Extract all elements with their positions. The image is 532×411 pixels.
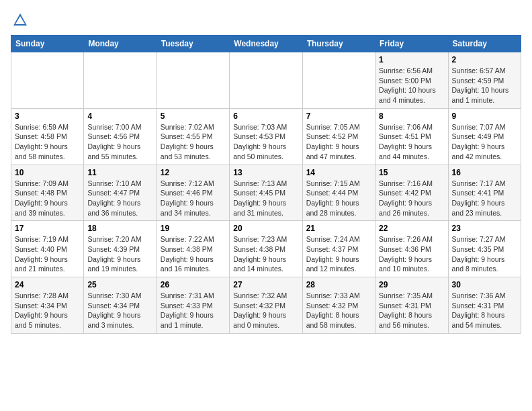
calendar-cell: 6Sunrise: 7:03 AM Sunset: 4:53 PM Daylig…	[230, 108, 302, 165]
weekday-header-friday: Friday	[375, 36, 448, 52]
calendar-cell: 7Sunrise: 7:05 AM Sunset: 4:52 PM Daylig…	[302, 108, 375, 165]
weekday-header-thursday: Thursday	[302, 36, 375, 52]
day-info: Sunrise: 7:36 AM Sunset: 4:31 PM Dayligh…	[452, 291, 517, 330]
day-info: Sunrise: 7:15 AM Sunset: 4:44 PM Dayligh…	[306, 179, 371, 218]
weekday-header-sunday: Sunday	[11, 36, 84, 52]
day-number: 18	[87, 224, 152, 233]
calendar-cell	[302, 52, 375, 109]
day-number: 7	[306, 111, 371, 121]
calendar-cell: 10Sunrise: 7:09 AM Sunset: 4:48 PM Dayli…	[11, 165, 84, 221]
day-info: Sunrise: 7:30 AM Sunset: 4:34 PM Dayligh…	[87, 291, 152, 330]
calendar-cell: 19Sunrise: 7:22 AM Sunset: 4:38 PM Dayli…	[157, 221, 229, 277]
day-info: Sunrise: 7:35 AM Sunset: 4:31 PM Dayligh…	[379, 291, 444, 330]
calendar-table: SundayMondayTuesdayWednesdayThursdayFrid…	[11, 35, 521, 334]
day-number: 10	[15, 168, 80, 177]
calendar-cell: 5Sunrise: 7:02 AM Sunset: 4:55 PM Daylig…	[157, 108, 229, 165]
day-number: 30	[452, 280, 517, 289]
day-number: 13	[233, 168, 298, 177]
day-info: Sunrise: 7:00 AM Sunset: 4:56 PM Dayligh…	[87, 122, 152, 162]
calendar-week-row: 3Sunrise: 6:59 AM Sunset: 4:58 PM Daylig…	[11, 108, 521, 165]
day-info: Sunrise: 7:26 AM Sunset: 4:36 PM Dayligh…	[379, 234, 444, 274]
calendar-cell: 11Sunrise: 7:10 AM Sunset: 4:47 PM Dayli…	[84, 165, 157, 221]
calendar-cell	[157, 52, 229, 109]
day-number: 15	[379, 168, 444, 177]
day-info: Sunrise: 7:27 AM Sunset: 4:35 PM Dayligh…	[452, 234, 517, 274]
logo-icon	[11, 11, 30, 30]
day-info: Sunrise: 6:59 AM Sunset: 4:58 PM Dayligh…	[15, 122, 80, 162]
calendar-cell: 17Sunrise: 7:19 AM Sunset: 4:40 PM Dayli…	[11, 221, 84, 277]
day-info: Sunrise: 7:28 AM Sunset: 4:34 PM Dayligh…	[15, 291, 80, 330]
day-number: 24	[15, 280, 80, 289]
day-info: Sunrise: 7:09 AM Sunset: 4:48 PM Dayligh…	[15, 179, 80, 218]
day-info: Sunrise: 7:20 AM Sunset: 4:39 PM Dayligh…	[87, 234, 152, 274]
calendar-cell: 24Sunrise: 7:28 AM Sunset: 4:34 PM Dayli…	[11, 277, 84, 334]
calendar-week-row: 1Sunrise: 6:56 AM Sunset: 5:00 PM Daylig…	[11, 52, 521, 109]
day-number: 12	[161, 168, 226, 177]
calendar-cell: 25Sunrise: 7:30 AM Sunset: 4:34 PM Dayli…	[84, 277, 157, 334]
day-number: 21	[306, 224, 371, 233]
day-number: 22	[379, 224, 444, 233]
day-info: Sunrise: 7:32 AM Sunset: 4:32 PM Dayligh…	[233, 291, 298, 330]
day-number: 1	[379, 55, 444, 64]
day-number: 9	[452, 111, 517, 121]
logo	[11, 11, 32, 30]
day-info: Sunrise: 7:33 AM Sunset: 4:32 PM Dayligh…	[306, 291, 371, 330]
day-info: Sunrise: 7:16 AM Sunset: 4:42 PM Dayligh…	[379, 179, 444, 218]
weekday-header-wednesday: Wednesday	[230, 36, 302, 52]
day-number: 14	[306, 168, 371, 177]
day-info: Sunrise: 7:17 AM Sunset: 4:41 PM Dayligh…	[452, 179, 517, 218]
calendar-cell: 8Sunrise: 7:06 AM Sunset: 4:51 PM Daylig…	[375, 108, 448, 165]
day-info: Sunrise: 7:13 AM Sunset: 4:45 PM Dayligh…	[233, 179, 298, 218]
calendar-week-row: 10Sunrise: 7:09 AM Sunset: 4:48 PM Dayli…	[11, 165, 521, 221]
calendar-cell: 21Sunrise: 7:24 AM Sunset: 4:37 PM Dayli…	[302, 221, 375, 277]
calendar-header-row: SundayMondayTuesdayWednesdayThursdayFrid…	[11, 36, 521, 52]
day-number: 16	[452, 168, 517, 177]
calendar-cell: 2Sunrise: 6:57 AM Sunset: 4:59 PM Daylig…	[448, 52, 521, 109]
day-number: 6	[233, 111, 298, 121]
day-number: 23	[452, 224, 517, 233]
calendar-cell: 20Sunrise: 7:23 AM Sunset: 4:38 PM Dayli…	[230, 221, 302, 277]
day-info: Sunrise: 7:19 AM Sunset: 4:40 PM Dayligh…	[15, 234, 80, 274]
calendar-cell: 29Sunrise: 7:35 AM Sunset: 4:31 PM Dayli…	[375, 277, 448, 334]
calendar-cell: 27Sunrise: 7:32 AM Sunset: 4:32 PM Dayli…	[230, 277, 302, 334]
day-number: 20	[233, 224, 298, 233]
calendar-cell: 3Sunrise: 6:59 AM Sunset: 4:58 PM Daylig…	[11, 108, 84, 165]
day-number: 19	[161, 224, 226, 233]
calendar-cell	[11, 52, 84, 109]
day-info: Sunrise: 6:56 AM Sunset: 5:00 PM Dayligh…	[379, 66, 444, 105]
day-number: 4	[87, 111, 152, 121]
day-info: Sunrise: 7:10 AM Sunset: 4:47 PM Dayligh…	[87, 179, 152, 218]
calendar-cell	[230, 52, 302, 109]
calendar-cell: 18Sunrise: 7:20 AM Sunset: 4:39 PM Dayli…	[84, 221, 157, 277]
calendar-cell: 9Sunrise: 7:07 AM Sunset: 4:49 PM Daylig…	[448, 108, 521, 165]
weekday-header-tuesday: Tuesday	[157, 36, 229, 52]
page-header	[11, 11, 521, 30]
calendar-cell: 4Sunrise: 7:00 AM Sunset: 4:56 PM Daylig…	[84, 108, 157, 165]
day-info: Sunrise: 7:02 AM Sunset: 4:55 PM Dayligh…	[161, 122, 226, 162]
calendar-cell: 16Sunrise: 7:17 AM Sunset: 4:41 PM Dayli…	[448, 165, 521, 221]
day-info: Sunrise: 6:57 AM Sunset: 4:59 PM Dayligh…	[452, 66, 517, 105]
calendar-cell: 23Sunrise: 7:27 AM Sunset: 4:35 PM Dayli…	[448, 221, 521, 277]
calendar-week-row: 24Sunrise: 7:28 AM Sunset: 4:34 PM Dayli…	[11, 277, 521, 334]
day-number: 26	[161, 280, 226, 289]
day-info: Sunrise: 7:05 AM Sunset: 4:52 PM Dayligh…	[306, 122, 371, 162]
day-number: 5	[161, 111, 226, 121]
calendar-cell: 13Sunrise: 7:13 AM Sunset: 4:45 PM Dayli…	[230, 165, 302, 221]
calendar-cell: 28Sunrise: 7:33 AM Sunset: 4:32 PM Dayli…	[302, 277, 375, 334]
day-info: Sunrise: 7:24 AM Sunset: 4:37 PM Dayligh…	[306, 234, 371, 274]
day-number: 11	[87, 168, 152, 177]
calendar-cell: 26Sunrise: 7:31 AM Sunset: 4:33 PM Dayli…	[157, 277, 229, 334]
calendar-cell: 30Sunrise: 7:36 AM Sunset: 4:31 PM Dayli…	[448, 277, 521, 334]
weekday-header-monday: Monday	[84, 36, 157, 52]
day-info: Sunrise: 7:07 AM Sunset: 4:49 PM Dayligh…	[452, 122, 517, 162]
day-info: Sunrise: 7:03 AM Sunset: 4:53 PM Dayligh…	[233, 122, 298, 162]
calendar-cell: 1Sunrise: 6:56 AM Sunset: 5:00 PM Daylig…	[375, 52, 448, 109]
day-number: 2	[452, 55, 517, 64]
day-info: Sunrise: 7:06 AM Sunset: 4:51 PM Dayligh…	[379, 122, 444, 162]
day-number: 8	[379, 111, 444, 121]
calendar-cell	[84, 52, 157, 109]
day-number: 29	[379, 280, 444, 289]
day-number: 17	[15, 224, 80, 233]
day-number: 28	[306, 280, 371, 289]
calendar-week-row: 17Sunrise: 7:19 AM Sunset: 4:40 PM Dayli…	[11, 221, 521, 277]
